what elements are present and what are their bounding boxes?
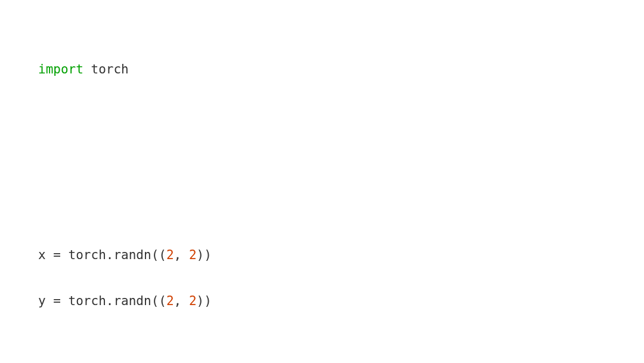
module-name: torch [83,62,129,76]
code-line-blank [38,197,606,220]
keyword-import: import [38,62,83,76]
code-line-5: x = torch.randn((2, 2)) [38,244,606,267]
code-line-blank [38,104,606,128]
code-line-blank [38,150,606,174]
code-block: import torch x = torch.randn((2, 2)) y =… [38,35,606,363]
number-literal: 2 [166,248,174,262]
number-literal: 2 [166,294,174,308]
code-line-1: import torch [38,58,606,81]
code-line-6: y = torch.randn((2, 2)) [38,290,606,313]
number-literal: 2 [189,294,197,308]
code-line-blank [38,336,606,359]
number-literal: 2 [189,248,197,262]
